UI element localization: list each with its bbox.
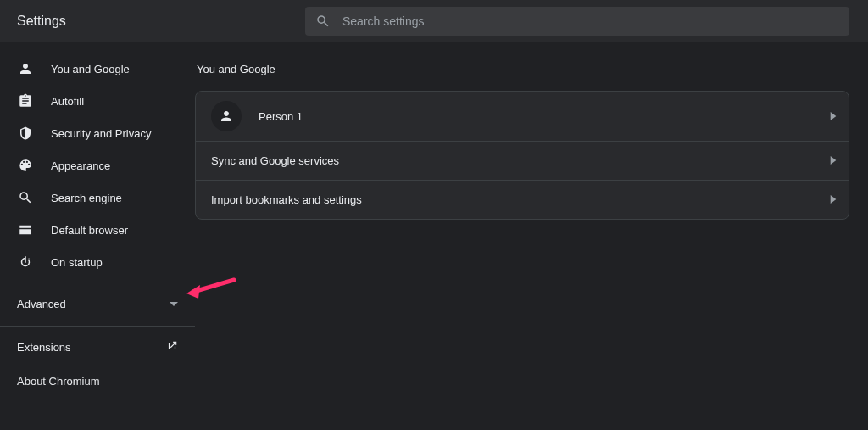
avatar — [211, 101, 242, 131]
power-icon — [17, 254, 34, 271]
section-title: You and Google — [195, 63, 849, 75]
person-icon — [219, 109, 234, 124]
sidebar-item-security[interactable]: Security and Privacy — [0, 117, 195, 149]
row-label: Import bookmarks and settings — [211, 193, 362, 206]
sidebar: You and Google Autofill Security and Pri… — [0, 42, 195, 430]
main-content: You and Google Person 1 Sync and Google … — [195, 42, 868, 430]
sidebar-item-label: You and Google — [51, 63, 130, 75]
profile-row[interactable]: Person 1 — [196, 92, 849, 141]
sidebar-item-you-and-google[interactable]: You and Google — [0, 53, 195, 85]
sidebar-item-on-startup[interactable]: On startup — [0, 246, 195, 278]
palette-icon — [17, 157, 34, 174]
row-sync[interactable]: Sync and Google services — [196, 141, 849, 180]
sidebar-item-default-browser[interactable]: Default browser — [0, 214, 195, 246]
search-wrap — [305, 7, 868, 36]
profile-name: Person 1 — [259, 110, 303, 123]
extensions-label: Extensions — [17, 341, 71, 354]
person-icon — [17, 60, 34, 77]
search-input[interactable] — [342, 14, 839, 28]
autofill-icon — [17, 92, 34, 109]
advanced-label: Advanced — [17, 298, 66, 310]
sidebar-item-about[interactable]: About Chromium — [0, 364, 195, 398]
sidebar-item-search-engine[interactable]: Search engine — [0, 181, 195, 214]
page-title: Settings — [0, 14, 305, 29]
chevron-right-icon — [830, 193, 837, 206]
external-link-icon — [166, 340, 178, 355]
sidebar-item-autofill[interactable]: Autofill — [0, 85, 195, 117]
sidebar-item-label: Autofill — [51, 95, 84, 108]
shield-icon — [17, 125, 34, 142]
search-icon — [17, 189, 34, 206]
sidebar-item-label: Search engine — [51, 192, 122, 204]
browser-icon — [17, 221, 34, 238]
sidebar-item-label: On startup — [51, 256, 103, 269]
sidebar-item-label: Appearance — [51, 159, 110, 172]
chevron-down-icon — [170, 302, 178, 306]
sidebar-divider — [0, 326, 195, 327]
search-icon — [315, 14, 331, 29]
chevron-right-icon — [830, 154, 837, 167]
sidebar-item-label: Default browser — [51, 224, 128, 237]
chevron-right-icon — [830, 110, 837, 123]
row-import[interactable]: Import bookmarks and settings — [196, 180, 849, 219]
sidebar-item-appearance[interactable]: Appearance — [0, 149, 195, 181]
sidebar-advanced-toggle[interactable]: Advanced — [0, 285, 195, 322]
row-label: Sync and Google services — [211, 154, 339, 167]
search-box[interactable] — [305, 7, 849, 36]
about-label: About Chromium — [17, 375, 100, 388]
settings-card: Person 1 Sync and Google services Import… — [195, 91, 849, 220]
header: Settings — [0, 0, 868, 42]
sidebar-item-extensions[interactable]: Extensions — [0, 330, 195, 364]
sidebar-item-label: Security and Privacy — [51, 127, 152, 140]
